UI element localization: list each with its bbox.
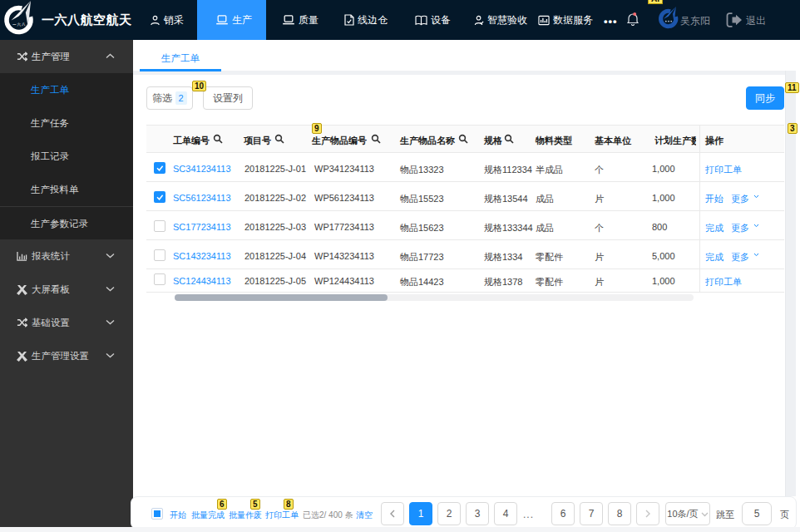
svg-text:一六八: 一六八 <box>12 22 27 27</box>
